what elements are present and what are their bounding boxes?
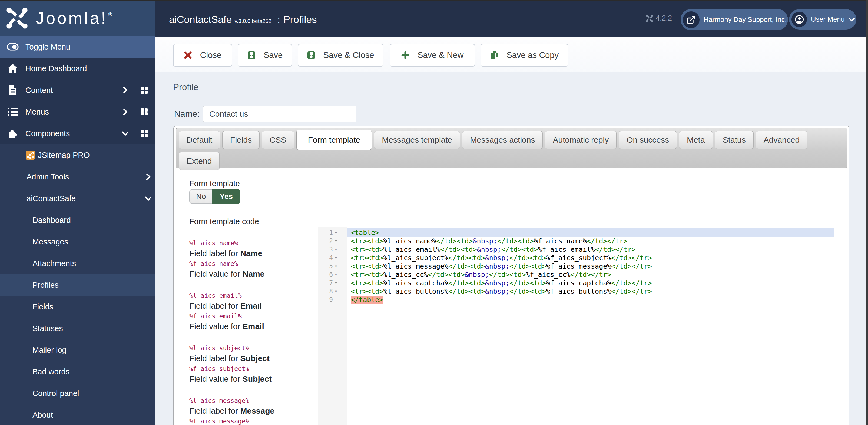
tab-automatic-reply[interactable]: Automatic reply xyxy=(545,131,617,149)
tab-fields[interactable]: Fields xyxy=(222,131,259,149)
code-line-content[interactable]: <tr><td>%l_aics_email%</td><td>&nbsp;</t… xyxy=(347,245,834,254)
code-token-text: %f_aics_name% xyxy=(534,237,587,245)
code-token-tag: <tr><td> xyxy=(351,262,383,270)
user-menu-button[interactable]: User Menu xyxy=(789,9,856,29)
name-input[interactable] xyxy=(203,106,356,122)
sidebar-item-profiles[interactable]: Profiles xyxy=(0,274,155,296)
sidebar-submenu: JSitemap PROAdmin ToolsaiContactSafeDash… xyxy=(0,144,155,425)
chevron-down-icon xyxy=(848,16,855,23)
site-preview-button[interactable]: Harmony Day Support, Inc. xyxy=(681,9,788,30)
fold-arrow-icon[interactable]: ▾ xyxy=(333,228,347,237)
tab-css[interactable]: CSS xyxy=(262,131,294,149)
placeholder-label-text: Field label for Message xyxy=(189,406,303,416)
code-line-content[interactable]: <tr><td>%l_aics_cc%</td><td>&nbsp;</td><… xyxy=(347,271,834,279)
sidebar-item-dashboard[interactable]: Dashboard xyxy=(0,209,155,231)
code-line-content[interactable]: <tr><td>%l_aics_buttons%</td><td>&nbsp;<… xyxy=(347,287,834,295)
chevron-right-icon xyxy=(122,87,129,94)
code-line-content[interactable]: <tr><td>%l_aics_captcha%</td><td>&nbsp;<… xyxy=(347,279,834,287)
fold-arrow-icon[interactable]: ▾ xyxy=(333,262,347,271)
code-token-tag: </td><td> xyxy=(436,237,473,245)
sidebar-item-attachments[interactable]: Attachments xyxy=(0,253,155,274)
sidebar-item-menus[interactable]: Menus xyxy=(0,101,155,123)
fold-arrow-icon[interactable]: ▾ xyxy=(333,287,347,295)
sidebar-item-label: Profiles xyxy=(32,281,59,290)
code-token-tag: </td><td> xyxy=(509,262,546,270)
placeholder-group-subject: %l_aics_subject%Field label for Subject%… xyxy=(189,343,303,384)
grid-icon[interactable] xyxy=(140,86,148,94)
fold-arrow-icon[interactable]: ▾ xyxy=(333,254,347,262)
toggle-no-button[interactable]: No xyxy=(189,189,212,204)
placeholder-group-name: %l_aics_name%Field label for Name%f_aics… xyxy=(189,238,303,279)
sidebar-item-home-dashboard[interactable]: Home Dashboard xyxy=(0,58,155,79)
line-number: 5 xyxy=(318,262,333,271)
save-as-copy-button[interactable]: Save as Copy xyxy=(480,44,568,66)
content-icon xyxy=(7,84,19,96)
window-scrollbar-edge[interactable] xyxy=(866,0,868,425)
sidebar-item-about[interactable]: About xyxy=(0,404,155,425)
sidebar-item-bad-words[interactable]: Bad words xyxy=(0,361,155,382)
joomla-version-badge: 4.2.2 xyxy=(646,14,672,23)
fold-arrow-icon[interactable]: ▾ xyxy=(333,279,347,287)
tab-extend[interactable]: Extend xyxy=(179,152,220,170)
grid-icon[interactable] xyxy=(140,130,148,137)
admin-header: aiContactSafe v.3.0.0.beta252 : Profiles… xyxy=(155,0,868,37)
tab-advanced[interactable]: Advanced xyxy=(756,131,807,149)
tab-on-success[interactable]: On success xyxy=(619,131,677,149)
code-line-content[interactable]: </table> xyxy=(347,295,834,304)
sidebar-item-admin-tools[interactable]: Admin Tools xyxy=(0,166,155,188)
fold-arrow-icon[interactable]: ▾ xyxy=(333,237,347,245)
sidebar-item-messages[interactable]: Messages xyxy=(0,231,155,253)
code-token-atom: &nbsp; xyxy=(485,279,509,287)
sidebar-item-components[interactable]: Components xyxy=(0,123,155,144)
sidebar-item-content[interactable]: Content xyxy=(0,79,155,101)
user-icon xyxy=(792,12,807,27)
sidebar-item-toggle-menu[interactable]: Toggle Menu xyxy=(0,36,155,58)
tab-messages-actions[interactable]: Messages actions xyxy=(462,131,543,149)
code-token-text: %f_aics_buttons% xyxy=(546,287,611,295)
code-token-atom: &nbsp; xyxy=(485,262,509,270)
sidebar: Joomla!® Toggle Menu Home DashboardConte… xyxy=(0,0,155,425)
code-token-tag: <tr><td> xyxy=(351,246,383,253)
grid-icon[interactable] xyxy=(140,108,148,116)
sidebar-item-control-panel[interactable]: Control panel xyxy=(0,382,155,404)
code-line-content[interactable]: <table> xyxy=(347,228,834,237)
joomla-admin-window: Joomla!® Toggle Menu Home DashboardConte… xyxy=(0,0,868,425)
user-menu-label: User Menu xyxy=(811,16,845,23)
tab-default[interactable]: Default xyxy=(179,131,220,149)
sidebar-item-label: Bad words xyxy=(32,367,69,376)
placeholder-label-code: %l_aics_subject% xyxy=(189,343,303,353)
sidebar-main-nav: Home DashboardContentMenusComponents xyxy=(0,58,155,144)
fold-arrow-icon[interactable]: ▾ xyxy=(333,271,347,279)
sidebar-item-label: Fields xyxy=(32,302,53,311)
sidebar-item-fields[interactable]: Fields xyxy=(0,296,155,317)
tab-row-1: DefaultFieldsCSSForm templateMessages te… xyxy=(179,131,847,151)
placeholder-value-code: %f_aics_message% xyxy=(189,416,303,425)
code-token-text: %l_aics_captcha% xyxy=(383,279,448,287)
save-button[interactable]: Save xyxy=(238,44,292,66)
window-top-edge xyxy=(0,0,868,1)
tab-messages-template[interactable]: Messages template xyxy=(374,131,460,149)
sidebar-item-statuses[interactable]: Statuses xyxy=(0,317,155,339)
code-token-tag: <tr><td> xyxy=(351,279,383,287)
site-name-label: Harmony Day Support, Inc. xyxy=(704,16,787,24)
save-close-button[interactable]: Save & Close xyxy=(298,44,383,66)
code-token-tag: </td><td> xyxy=(448,287,485,295)
tab-form-template[interactable]: Form template xyxy=(297,130,372,150)
code-line-content[interactable]: <tr><td>%l_aics_message%</td><td>&nbsp;<… xyxy=(347,262,834,271)
code-token-tag: </td><td> xyxy=(428,271,465,279)
sidebar-item-aicontactsafe[interactable]: aiContactSafe xyxy=(0,188,155,209)
code-editor[interactable]: 1▾<table>2▾<tr><td>%l_aics_name%</td><td… xyxy=(318,227,834,425)
fold-arrow-icon[interactable]: ▾ xyxy=(333,245,347,254)
tab-status[interactable]: Status xyxy=(715,131,754,149)
code-line-content[interactable]: <tr><td>%l_aics_name%</td><td>&nbsp;</td… xyxy=(347,237,834,245)
toolbar-button-label: Save as Copy xyxy=(506,50,559,60)
joomla-version-text: 4.2.2 xyxy=(656,14,672,23)
save-new-button[interactable]: Save & New xyxy=(390,44,475,66)
view-title: Profiles xyxy=(283,14,317,25)
code-line-content[interactable]: <tr><td>%l_aics_subject%</td><td>&nbsp;<… xyxy=(347,254,834,262)
sidebar-item-jsitemap-pro[interactable]: JSitemap PRO xyxy=(0,144,155,166)
close-button[interactable]: Close xyxy=(173,44,232,66)
sidebar-item-mailer-log[interactable]: Mailer log xyxy=(0,339,155,361)
tab-meta[interactable]: Meta xyxy=(679,131,713,149)
toggle-yes-button[interactable]: Yes xyxy=(212,189,240,204)
